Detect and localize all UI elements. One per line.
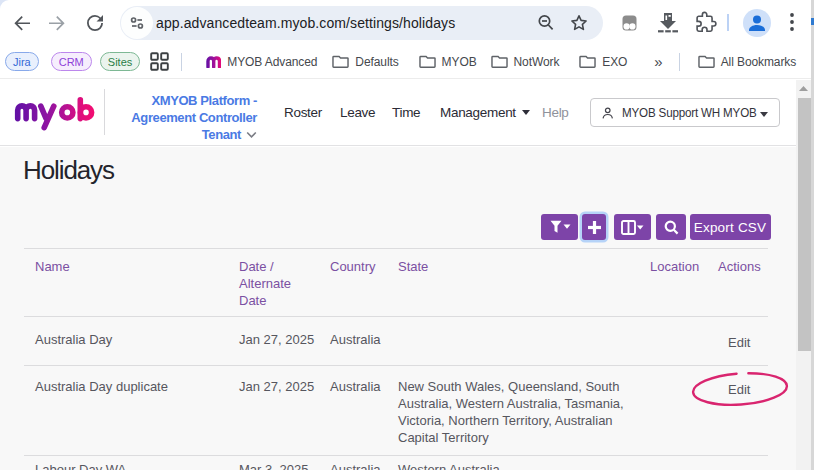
cell-name: Labour Day WA bbox=[35, 461, 230, 470]
nav-management[interactable]: Management bbox=[440, 80, 530, 146]
myob-favicon bbox=[206, 56, 221, 68]
tab-group-crm[interactable]: CRM bbox=[51, 52, 92, 71]
row-border bbox=[24, 455, 768, 456]
nav-label: Leave bbox=[340, 105, 375, 120]
columns-button[interactable] bbox=[614, 214, 651, 240]
toolbar-divider bbox=[727, 14, 729, 31]
bookmarks-divider-2 bbox=[679, 53, 680, 71]
profile-avatar[interactable] bbox=[743, 9, 771, 37]
tab-group-label: Jira bbox=[13, 56, 31, 68]
plus-icon bbox=[588, 221, 601, 234]
bookmark-folder-defaults[interactable]: Defaults bbox=[332, 54, 398, 69]
cell-name: Australia Day duplicate bbox=[35, 378, 230, 395]
caret-down-icon bbox=[522, 110, 530, 115]
edit-link[interactable]: Edit bbox=[728, 334, 750, 351]
extensions-puzzle-icon[interactable] bbox=[695, 11, 718, 34]
bookmark-label: EXO bbox=[602, 55, 627, 69]
bookmark-label: Defaults bbox=[355, 55, 398, 69]
bookmarks-divider bbox=[181, 53, 182, 71]
chevron-down-icon bbox=[246, 126, 257, 143]
all-bookmarks[interactable]: All Bookmarks bbox=[698, 54, 796, 69]
export-csv-label: Export CSV bbox=[694, 220, 767, 235]
tenant-selector[interactable]: XMYOB Platform - Agreement Controller Te… bbox=[120, 92, 257, 143]
scrollbar-up-button[interactable] bbox=[796, 80, 812, 96]
header-bottom-border bbox=[24, 316, 768, 317]
cell-name: Australia Day bbox=[35, 331, 230, 348]
zoom-out-icon[interactable] bbox=[536, 13, 556, 33]
cell-country: Australia bbox=[330, 461, 392, 470]
col-header-location[interactable]: Location bbox=[650, 258, 705, 275]
page-title: Holidays bbox=[23, 155, 114, 186]
nav-roster[interactable]: Roster bbox=[284, 80, 322, 146]
filter-button[interactable] bbox=[541, 214, 578, 240]
folder-icon bbox=[491, 54, 508, 69]
bookmarks-overflow-chevron[interactable]: » bbox=[654, 53, 662, 70]
person-icon bbox=[602, 106, 613, 120]
col-header-name[interactable]: Name bbox=[35, 258, 225, 275]
table-top-border bbox=[24, 248, 768, 249]
tab-group-label: Sites bbox=[108, 56, 132, 68]
apps-grid-icon[interactable] bbox=[150, 52, 169, 71]
site-info-button[interactable] bbox=[121, 7, 153, 39]
tenant-line1: XMYOB Platform - bbox=[151, 93, 257, 108]
cell-country: Australia bbox=[330, 331, 392, 348]
forward-icon[interactable] bbox=[45, 11, 69, 35]
bookmark-label: MYOB bbox=[442, 55, 477, 69]
cell-date: Mar 3, 2025 bbox=[239, 461, 324, 470]
bookmark-star-icon[interactable] bbox=[569, 13, 589, 33]
cell-date: Jan 27, 2025 bbox=[239, 331, 324, 348]
url-text[interactable]: app.advancedteam.myob.com/settings/holid… bbox=[156, 6, 455, 40]
add-button[interactable] bbox=[582, 214, 606, 240]
address-bar[interactable]: app.advancedteam.myob.com/settings/holid… bbox=[120, 6, 603, 40]
myob-logo[interactable] bbox=[13, 95, 97, 131]
reload-icon[interactable] bbox=[83, 11, 107, 35]
search-button[interactable] bbox=[656, 214, 686, 240]
nav-time[interactable]: Time bbox=[392, 80, 420, 146]
profile-person-icon bbox=[743, 9, 771, 37]
bookmark-label: MYOB Advanced bbox=[227, 55, 317, 69]
tab-group-label: CRM bbox=[59, 56, 84, 68]
bookmark-folder-exo[interactable]: EXO bbox=[579, 54, 627, 69]
download-extension-icon[interactable] bbox=[656, 11, 680, 33]
folder-icon bbox=[419, 54, 436, 69]
browser-toolbar: app.advancedteam.myob.com/settings/holid… bbox=[0, 0, 814, 45]
tab-group-jira[interactable]: Jira bbox=[5, 52, 39, 71]
cell-state: Western Australia bbox=[398, 461, 630, 470]
user-menu-button[interactable]: MYOB Support WH MYOB bbox=[590, 98, 780, 127]
tenant-line2: Agreement Controller bbox=[131, 110, 257, 125]
col-header-country[interactable]: Country bbox=[330, 258, 390, 275]
page-scrollbar[interactable] bbox=[796, 80, 812, 470]
nav-leave[interactable]: Leave bbox=[340, 80, 375, 146]
user-button-label: MYOB Support WH MYOB bbox=[622, 105, 757, 120]
bookmarks-bar: Jira CRM Sites MYOB Advanced Defaults MY… bbox=[0, 45, 814, 79]
col-header-actions[interactable]: Actions bbox=[718, 258, 766, 275]
bookmark-label: All Bookmarks bbox=[721, 55, 796, 69]
bookmark-myob-advanced[interactable]: MYOB Advanced bbox=[206, 55, 317, 69]
filter-funnel-icon bbox=[549, 220, 571, 234]
page-content: Holidays Export bbox=[0, 147, 797, 470]
header-divider bbox=[104, 89, 105, 135]
columns-icon bbox=[621, 220, 644, 235]
scrollbar-thumb[interactable] bbox=[798, 98, 811, 351]
folder-icon bbox=[579, 54, 596, 69]
nav-label: Management bbox=[440, 105, 516, 120]
table-toolbar: Export CSV bbox=[541, 214, 771, 240]
export-csv-button[interactable]: Export CSV bbox=[690, 214, 771, 240]
cell-date: Jan 27, 2025 bbox=[239, 378, 324, 395]
tenant-line3: Tenant bbox=[202, 127, 241, 142]
bookmark-folder-notwork[interactable]: NotWork bbox=[491, 54, 560, 69]
bookmark-label: NotWork bbox=[514, 55, 560, 69]
extension-a-icon[interactable] bbox=[622, 15, 637, 31]
app-header: XMYOB Platform - Agreement Controller Te… bbox=[0, 80, 797, 146]
tab-group-sites[interactable]: Sites bbox=[100, 52, 140, 71]
menu-kebab-icon[interactable] bbox=[786, 11, 798, 33]
col-header-date[interactable]: Date / Alternate Date bbox=[239, 258, 301, 309]
back-icon[interactable] bbox=[10, 11, 34, 35]
cell-state: New South Wales, Queensland, South Austr… bbox=[398, 378, 630, 446]
col-header-state[interactable]: State bbox=[398, 258, 618, 275]
nav-help[interactable]: Help bbox=[542, 80, 569, 146]
bookmark-folder-myob[interactable]: MYOB bbox=[419, 54, 477, 69]
folder-icon bbox=[332, 54, 349, 69]
caret-down-icon bbox=[760, 112, 768, 117]
scroll-up-arrow-icon bbox=[799, 86, 808, 91]
